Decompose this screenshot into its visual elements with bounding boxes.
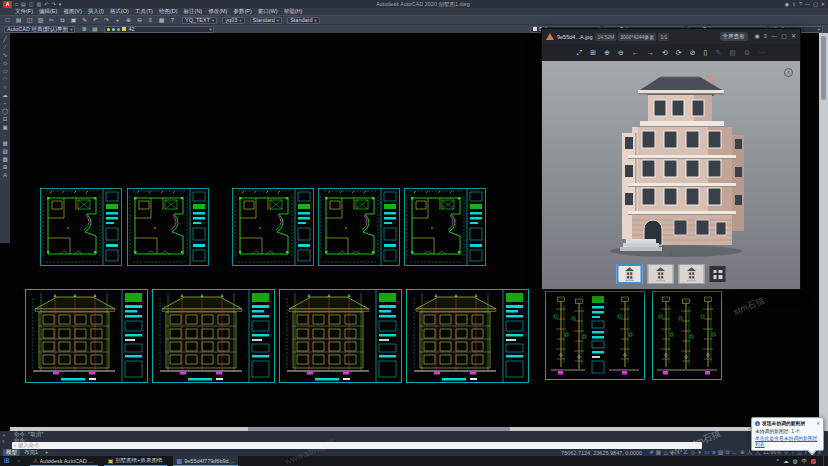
arc-icon[interactable]: ◠: [3, 76, 8, 82]
previous-image-icon[interactable]: ←: [632, 44, 639, 61]
sign-in-icon[interactable]: ◉: [785, 0, 789, 8]
tab-new-layout[interactable]: +: [42, 449, 51, 456]
menu-item[interactable]: 编辑(E): [36, 8, 60, 15]
multiline-text-icon[interactable]: A: [3, 172, 7, 178]
thumbnail-3[interactable]: [679, 264, 705, 284]
menu-item[interactable]: 修改(M): [205, 8, 230, 15]
gizmo-icon[interactable]: ⊕: [740, 449, 745, 456]
thumbnail-2[interactable]: [648, 264, 674, 284]
snap-mode-icon[interactable]: ▦: [656, 449, 661, 456]
menu-item[interactable]: 格式(O): [107, 8, 132, 15]
menu-item[interactable]: 窗口(W): [255, 8, 281, 15]
dim-style-dropdown[interactable]: yq03▾: [222, 17, 244, 24]
multileader-style-dropdown[interactable]: Standard▾: [287, 17, 320, 24]
workspace-dropdown[interactable]: AutoCAD 经典(默认)界面▾: [4, 26, 75, 33]
ellipse-icon[interactable]: ◯: [2, 108, 8, 114]
tray-ime-icon[interactable]: 中: [802, 456, 808, 466]
section-detail-1[interactable]: [546, 292, 645, 380]
send-to-phone-icon[interactable]: ▯: [704, 44, 708, 61]
command-history-icon[interactable]: ≡: [2, 439, 6, 444]
menu-item[interactable]: 帮助(H): [281, 8, 306, 15]
text-style-dropdown[interactable]: YQ_TEXT▾: [182, 17, 217, 24]
infer-constraints-icon[interactable]: △: [663, 449, 667, 456]
polyline-icon[interactable]: ∿: [3, 52, 8, 58]
edit-image-icon[interactable]: ✎: [715, 44, 721, 61]
thumbstrip-collapse-icon[interactable]: ⌃: [668, 253, 673, 259]
section-detail-2[interactable]: [653, 292, 722, 380]
open-icon[interactable]: ▤: [21, 0, 26, 8]
close-icon[interactable]: ✕: [821, 0, 825, 8]
task-folder[interactable]: ▣ 别墅图纸+效果图纸: [104, 456, 167, 466]
tray-cloud-icon[interactable]: ☁: [783, 456, 789, 466]
menu-item[interactable]: 插入(I): [85, 8, 107, 15]
start-button-icon[interactable]: ⊞: [4, 456, 10, 466]
horizontal-scrollbar-thumb[interactable]: [248, 427, 510, 431]
region-icon[interactable]: ▩: [2, 156, 7, 162]
point-icon[interactable]: ∙: [4, 132, 6, 138]
rotate-right-icon[interactable]: ⟳: [676, 44, 682, 61]
elevation-2[interactable]: [153, 290, 275, 383]
delete-image-icon[interactable]: ⊘: [690, 44, 696, 61]
elevation-1[interactable]: [26, 290, 148, 383]
floor-plan-4[interactable]: [319, 189, 400, 266]
menu-item[interactable]: 标注(N): [181, 8, 206, 15]
viewer-close-icon[interactable]: ✕: [791, 29, 796, 44]
notification-close-icon[interactable]: ✕: [816, 421, 820, 426]
task-image-viewer[interactable]: ▧ 9e55d4f779d6b9d…: [173, 456, 239, 466]
horizontal-scrollbar[interactable]: [10, 427, 819, 431]
share-icon[interactable]: ⇪: [792, 0, 796, 8]
new-icon[interactable]: □: [15, 0, 18, 8]
zoom-in-icon[interactable]: ⊕: [604, 44, 610, 61]
command-input[interactable]: [18, 442, 700, 448]
viewer-minimize-icon[interactable]: —: [771, 29, 777, 44]
dynamic-input-icon[interactable]: +: [670, 449, 673, 456]
object-snap-icon[interactable]: ▭: [704, 449, 709, 456]
render-image[interactable]: [598, 73, 758, 259]
tray-alert-icon[interactable]: [811, 459, 816, 464]
command-input-bar[interactable]: ›: [12, 442, 702, 449]
notification-link[interactable]: 单击此处查看未协调的新图层列表: [755, 435, 820, 447]
revision-cloud-icon[interactable]: ☁: [2, 92, 8, 98]
menu-item[interactable]: 文件(F): [12, 8, 36, 15]
circle-icon[interactable]: ○: [3, 84, 6, 90]
viewer-settings-icon[interactable]: ⚙: [744, 44, 750, 61]
restore-icon[interactable]: ▢: [813, 0, 818, 8]
task-autocad[interactable]: A Autodesk AutoCAD …: [30, 456, 98, 466]
object-snap-tracking-icon[interactable]: ∗: [697, 449, 702, 456]
hatch-icon[interactable]: ▦: [2, 140, 7, 146]
save-icon[interactable]: ◫: [29, 0, 34, 8]
app-logo-icon[interactable]: A: [3, 1, 12, 8]
rotate-left-icon[interactable]: ⟲: [662, 44, 668, 61]
help-icon[interactable]: ?: [799, 0, 802, 8]
vertical-scrollbar-thumb[interactable]: [821, 36, 826, 100]
undo-icon[interactable]: ↶: [44, 0, 48, 8]
menu-item[interactable]: 工具(T): [132, 8, 156, 15]
account-icon[interactable]: ◉: [755, 29, 760, 44]
rectangle-icon[interactable]: ▭: [2, 68, 7, 74]
table-icon[interactable]: ⊞: [3, 164, 8, 170]
vertical-scrollbar[interactable]: [819, 33, 828, 431]
insert-block-icon[interactable]: ⊡: [3, 116, 8, 122]
tab-model[interactable]: 模型: [3, 449, 20, 456]
floor-plan-1[interactable]: [41, 189, 122, 266]
make-block-icon[interactable]: ▣: [2, 124, 7, 130]
floor-plan-3[interactable]: [233, 189, 314, 266]
taskbar-search-icon[interactable]: ○: [17, 456, 21, 466]
viewer-maximize-icon[interactable]: ▢: [781, 29, 787, 44]
tray-expand-icon[interactable]: ^: [777, 456, 780, 466]
image-close-icon[interactable]: ✕: [784, 68, 793, 77]
layer-properties-icon[interactable]: ≣: [79, 25, 88, 34]
next-image-icon[interactable]: →: [647, 44, 654, 61]
tray-security-icon[interactable]: ◍: [793, 456, 798, 466]
floor-plan-2[interactable]: [128, 189, 209, 266]
selection-cycling-icon[interactable]: ⧉: [726, 449, 730, 456]
ortho-mode-icon[interactable]: ⊥: [676, 449, 681, 456]
show-desktop-button[interactable]: [823, 456, 826, 466]
minimize-icon[interactable]: —: [805, 0, 810, 8]
elevation-4[interactable]: [407, 290, 529, 383]
table-style-dropdown[interactable]: Standard▾: [250, 17, 283, 24]
line-icon[interactable]: ╱: [3, 36, 6, 42]
menu-item[interactable]: 视图(V): [60, 8, 84, 15]
fullscreen-icon[interactable]: ⤢: [577, 44, 583, 61]
more-tools-icon[interactable]: ⋯: [758, 44, 765, 61]
